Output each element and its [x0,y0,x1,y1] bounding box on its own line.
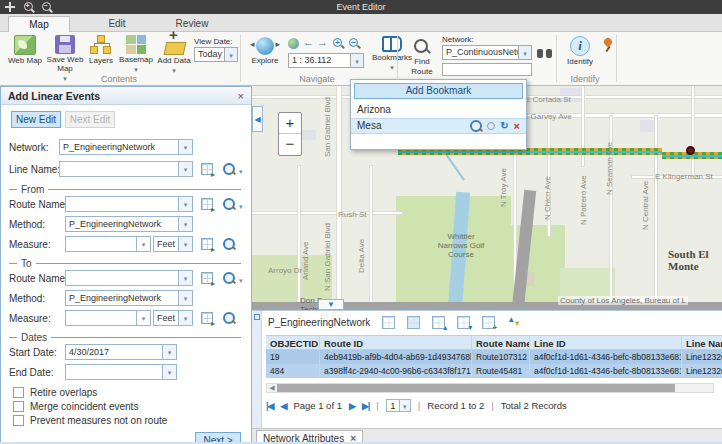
collapse-panel-left-arrow[interactable]: ◀ [252,106,263,132]
to-route-name-select[interactable] [65,270,193,286]
previous-extent-icon[interactable]: ← [303,36,314,48]
pushpin-icon[interactable] [600,37,614,53]
route-search-input[interactable] [442,63,532,76]
tab-network-attributes[interactable]: Network Attributes × [256,430,363,444]
prevent-measures-checkbox[interactable]: Prevent measures not on route [13,415,167,426]
to-measure-input[interactable] [65,310,151,326]
related-records-up-icon[interactable] [432,316,445,329]
select-route-on-map-icon[interactable] [201,198,213,210]
prev-page-icon[interactable]: ◀ [280,401,286,411]
next-extent-icon[interactable]: → [317,36,328,48]
zoom-in-tool-icon[interactable]: + [333,38,344,49]
pan-to-bookmark-icon[interactable] [487,122,495,130]
full-extent-icon[interactable] [288,38,299,49]
table-row[interactable]: 484 a398ff4c-2940-4c00-96b6-c6343f8f1711… [266,364,722,378]
refresh-bookmark-icon[interactable] [500,118,508,134]
related-records-down-icon[interactable] [457,316,470,329]
scale-select[interactable]: 1 : 36.112 [288,53,364,68]
to-measure-unit-select[interactable]: Feet [153,310,193,326]
select-route-on-map-icon[interactable] [201,272,213,284]
next-edit-button[interactable]: Next Edit [65,111,115,128]
from-measure-unit-select[interactable]: Feet [153,236,193,252]
close-icon[interactable]: × [238,90,244,102]
delete-bookmark-icon[interactable] [514,118,520,135]
map-zoom-out-button[interactable]: − [279,134,301,155]
chevron-down-icon [179,310,193,326]
from-method-select[interactable]: P_EngineeringNetwork [65,216,193,232]
table-source-label: P_EngineeringNetwork [268,317,370,328]
web-map-button[interactable]: Web Map [6,35,44,65]
chevron-down-icon [163,364,177,380]
add-bookmark-button[interactable]: Add Bookmark [354,83,523,99]
identify-button[interactable]: i Identify [562,36,598,66]
next-page-icon[interactable]: ▶ [349,401,355,411]
attribute-grid: OBJECTID Route ID Route Name Line ID Lin… [266,335,722,378]
chevron-down-icon [179,161,193,177]
measure-on-map-icon[interactable] [201,312,213,324]
find-route-button[interactable]: Find Route [406,38,438,76]
map-zoom-in-button[interactable]: + [279,113,301,134]
zoom-to-route-icon[interactable] [223,198,235,210]
zoom-to-measure-icon[interactable] [223,238,235,250]
scroll-left-icon[interactable]: ◀ [267,384,277,392]
add-selection-icon[interactable] [482,316,495,329]
select-line-on-map-icon[interactable] [201,163,213,175]
network-select[interactable]: P_ContinuousNetwork [442,45,532,60]
from-measure-input[interactable] [65,236,151,252]
map-label: N San Gabriel Blvd [323,223,332,291]
chevron-down-icon[interactable] [239,200,243,211]
from-route-name-select[interactable] [65,196,193,212]
save-icon [55,35,75,54]
binoculars-icon[interactable] [537,47,552,58]
zoom-out-tool-icon[interactable]: − [349,38,360,49]
zoom-to-route-icon[interactable] [223,272,235,284]
horizontal-scrollbar[interactable]: ◀ [266,383,714,393]
select-features-icon[interactable] [382,316,395,329]
line-name-select[interactable] [59,161,193,177]
view-date-select[interactable]: Today [194,47,238,62]
new-edit-button[interactable]: New Edit [11,111,61,128]
tab-edit[interactable]: Edit [86,16,148,32]
add-data-button[interactable]: Add Data [156,35,192,75]
table-row[interactable]: 19 4eb9419b-af9b-4d04-ab69-1d4934768b2b … [266,350,722,364]
identify-group-label: Identify [556,74,614,84]
column-header[interactable]: Route ID [320,335,472,350]
next-button[interactable]: Next > [195,432,241,444]
scrollbar-thumb[interactable] [277,384,675,392]
bookmark-item-mesa[interactable]: Mesa [351,118,526,134]
chevron-down-icon [179,216,193,232]
page-number-select[interactable]: 1 [386,399,411,412]
zoom-to-measure-icon[interactable] [223,312,235,324]
chevron-down-icon[interactable] [239,165,243,176]
network-select[interactable]: P_EngineeringNetwork [59,139,193,155]
measure-on-map-icon[interactable] [201,238,213,250]
end-date-input[interactable] [65,364,177,380]
measure-field-label: Measure: [9,313,51,324]
layers-button[interactable]: Layers [86,35,116,65]
column-header[interactable]: Line ID [530,335,682,350]
chevron-down-icon[interactable] [239,274,243,285]
chevron-down-icon [137,310,151,326]
sort-icon[interactable] [507,316,520,329]
first-page-icon[interactable]: |◀ [266,401,273,411]
column-header[interactable]: OBJECTID [266,335,320,350]
bookmark-item-arizona[interactable]: Arizona [351,102,526,118]
zoom-to-bookmark-icon[interactable] [470,120,482,132]
basemap-button[interactable]: Basemap [118,35,154,74]
merge-coincident-checkbox[interactable]: Merge coincident events [13,401,138,412]
bookmarks-popup: Add Bookmark Arizona Mesa [350,79,527,150]
column-header[interactable]: Line Name [682,335,722,350]
column-header[interactable]: Route Name [472,335,530,350]
collapse-table-down-arrow[interactable]: ▼ [318,299,344,310]
table-strip-icon[interactable] [254,314,260,320]
to-method-select[interactable]: P_EngineeringNetwork [65,290,193,306]
last-page-icon[interactable]: ▶| [362,401,369,411]
explore-button[interactable]: Explore [248,37,282,65]
attribute-table-icon[interactable] [407,316,420,329]
tab-map[interactable]: Map [8,16,70,32]
retire-overlaps-checkbox[interactable]: Retire overlaps [13,387,97,398]
zoom-to-line-icon[interactable] [223,163,235,175]
start-date-input[interactable]: 4/30/2017 [65,344,177,360]
map-label: N Chico Ave [543,176,552,220]
close-icon[interactable]: × [350,433,356,444]
